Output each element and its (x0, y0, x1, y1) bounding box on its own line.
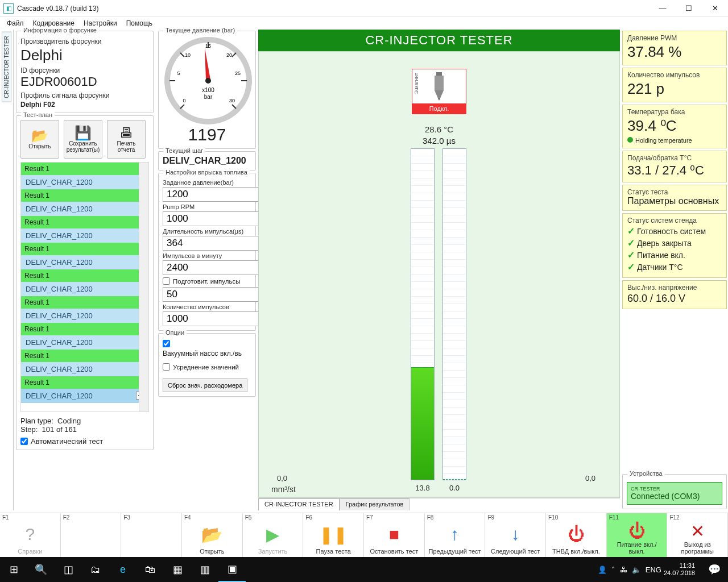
f11-power[interactable]: F11⏻Питание вкл./выкл. (607, 513, 668, 557)
f4-open[interactable]: F4📂Открыть (182, 513, 243, 557)
label: Давление PWM (627, 34, 722, 42)
chart-area: Э.магнит Подкл. 28.6 °C 342.0 µs 13.8 0.… (258, 51, 620, 498)
vacuum-checkbox[interactable] (163, 340, 251, 347)
prep-pulses-checkbox[interactable]: Подготовит. импульсы (163, 277, 251, 285)
search-icon[interactable]: 🔍 (27, 557, 55, 582)
open-button[interactable]: 📂Открыть (20, 120, 59, 159)
reset-flow-button[interactable]: Сброс знач. расходомера (163, 379, 247, 392)
f5-start[interactable]: F5▶Запустить (243, 513, 304, 557)
checkbox[interactable] (163, 363, 170, 371)
result-step[interactable]: DELIV_CHAR_1200 (21, 335, 148, 350)
app-icon[interactable]: ▥ (191, 557, 218, 582)
task-view-icon[interactable]: ◫ (55, 557, 82, 582)
folder-icon: 📂 (31, 129, 48, 143)
arrow-up-icon: ↑ (427, 521, 483, 548)
label: Импульсов в минуту (163, 252, 251, 259)
close-icon: ✕ (669, 521, 725, 541)
f10-pump[interactable]: F10⏻ТНВД вкл./выкл. (546, 513, 607, 557)
label: Выс./низ. напряжение (627, 284, 722, 292)
result-header[interactable]: Result 1 (21, 216, 148, 228)
result-header[interactable]: Result 1 (21, 269, 148, 282)
checkbox[interactable] (163, 277, 170, 285)
f9-next[interactable]: F9↓Следующий тест (485, 513, 546, 557)
f6-pause[interactable]: F6❚❚Пауза теста (303, 513, 364, 557)
maximize-button[interactable]: ☐ (676, 0, 702, 17)
checkbox[interactable] (20, 438, 28, 445)
f3[interactable]: F3 (121, 513, 182, 557)
result-step[interactable]: DELIV_CHAR_1200 (21, 362, 148, 376)
label: Справки (2, 548, 58, 555)
gauge-legend: Текущее давление (bar) (163, 27, 237, 34)
svg-text:20: 20 (226, 52, 232, 58)
result-step[interactable]: DELIV_CHAR_1200 (21, 282, 148, 296)
results-list[interactable]: Result 1 DELIV_CHAR_1200 Result 1 DELIV_… (20, 162, 149, 412)
result-header[interactable]: Result 1 (21, 323, 148, 335)
start-button[interactable]: ⊞ (0, 557, 27, 582)
tray-chevron-icon[interactable]: ˄ (611, 566, 615, 574)
minimize-button[interactable]: — (650, 0, 676, 17)
label: Открыть (28, 143, 51, 149)
f12-exit[interactable]: F12✕Выход из программы (667, 513, 728, 557)
result-header[interactable]: Result 1 (21, 189, 148, 202)
tab-chart[interactable]: График результатов (340, 498, 410, 510)
close-button[interactable]: ✕ (702, 0, 728, 17)
result-step[interactable]: DELIV_CHAR_1200+ (21, 389, 148, 403)
label: Пауза теста (305, 548, 361, 555)
save-results-button[interactable]: 💾Сохранить результат(ы) (64, 120, 102, 159)
injector-info-legend: Информация о форсунке (21, 27, 99, 34)
svg-text:x100: x100 (202, 87, 214, 93)
auto-test-checkbox[interactable]: Автоматический тест (20, 437, 149, 446)
label: Заданное давление(bar) (163, 179, 251, 186)
people-icon[interactable]: 👤 (598, 566, 607, 574)
svg-marker-21 (435, 90, 444, 98)
result-step[interactable]: DELIV_CHAR_1200 (21, 202, 148, 216)
test-plan-legend: Тест-план (21, 111, 55, 118)
f7-stop[interactable]: F7■Остановить тест (364, 513, 425, 557)
result-header[interactable]: Result 1 (21, 376, 148, 389)
language-indicator[interactable]: ENG (646, 566, 661, 574)
side-tab[interactable]: CR-INJECTOR TESTER (2, 32, 11, 102)
store-icon[interactable]: 🛍 (136, 557, 164, 582)
notifications-icon[interactable]: 💬 (701, 557, 728, 582)
devices-group: Устройства CR-TESTER Connected (COM3) (622, 474, 727, 509)
tab-tester[interactable]: CR-INJECTOR TESTER (258, 498, 340, 510)
injector-connected-label: Подкл. (412, 103, 466, 114)
print-report-button[interactable]: 🖶Печать отчета (107, 120, 146, 159)
check-icon: ✓ (627, 238, 635, 248)
f8-prev[interactable]: F8↑Предыдущий тест (425, 513, 486, 557)
averaging-checkbox[interactable]: Усреднение значений (163, 363, 251, 371)
label: Открыть (184, 548, 240, 555)
running-app-icon[interactable]: ▣ (218, 557, 246, 582)
scrollbar[interactable] (139, 163, 148, 411)
menu-help[interactable]: Помощь (123, 18, 156, 28)
app-icon: ◧ (3, 3, 14, 14)
result-group: Result 1 DELIV_CHAR_1200 (21, 216, 148, 243)
result-header[interactable]: Result 1 (21, 350, 148, 362)
network-icon[interactable]: 🖧 (620, 566, 627, 574)
date: 24.07.2018 (664, 569, 695, 577)
app-icon[interactable]: ▦ (164, 557, 191, 582)
f2[interactable]: F2 (61, 513, 122, 557)
flow-temp-panel: Подача/обратка T°C33.1 / 27.4 ⁰C (622, 151, 727, 182)
return-bar: 0.0 (442, 148, 466, 480)
result-step[interactable]: DELIV_CHAR_1200 (21, 255, 148, 269)
volume-icon[interactable]: 🔈 (632, 566, 641, 574)
explorer-icon[interactable]: 🗂 (82, 557, 109, 582)
current-step-value: DELIV_CHAR_1200 (163, 156, 251, 166)
f1-help[interactable]: F1?Справки (0, 513, 61, 557)
label: Печать отчета (109, 140, 144, 153)
clock[interactable]: 11:3124.07.2018 (664, 562, 701, 577)
result-step[interactable]: DELIV_CHAR_1200 (21, 309, 148, 323)
legend: Опции (163, 329, 187, 336)
result-header[interactable]: Result 1 (21, 163, 148, 175)
value: Параметры основных (627, 196, 722, 206)
result-step[interactable]: DELIV_CHAR_1200 (21, 175, 148, 189)
label: Автоматический тест (31, 437, 103, 446)
edge-icon[interactable]: e (109, 557, 136, 582)
result-step[interactable]: DELIV_CHAR_1200 (21, 228, 148, 243)
result-header[interactable]: Result 1 (21, 243, 148, 255)
stop-icon: ■ (366, 521, 422, 548)
checkbox[interactable] (163, 340, 170, 347)
injector-type-label: Э.магнит (413, 73, 419, 94)
result-header[interactable]: Result 1 (21, 296, 148, 309)
